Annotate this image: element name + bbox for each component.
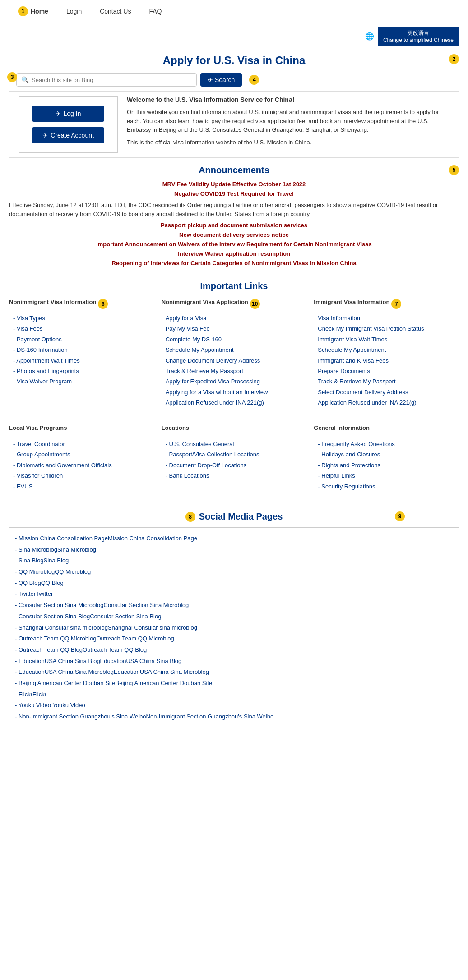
- local-col2-link[interactable]: - Bank Locations: [166, 470, 303, 481]
- nav-contact[interactable]: Contact Us: [91, 1, 140, 21]
- col2-link[interactable]: Schedule My Appointment: [166, 345, 303, 355]
- language-switch-button[interactable]: 更改语言Change to simplified Chinese: [378, 27, 459, 46]
- create-account-button[interactable]: ✈ Create Account: [32, 127, 104, 143]
- col2-link[interactable]: Pay My Visa Fee: [166, 323, 303, 334]
- search-icon: 🔍: [21, 76, 29, 83]
- social-media-link[interactable]: - Sina BlogSina Blog: [15, 555, 453, 566]
- important-links-grid: Nonimmigrant Visa Information 6 - Visa T…: [9, 299, 459, 408]
- welcome-para2: This is the official visa information we…: [127, 138, 449, 147]
- local-col3-title: General Information: [314, 424, 459, 431]
- local-col2-title: Locations: [162, 424, 307, 431]
- social-media-link[interactable]: - Outreach Team QQ BlogOutreach Team QQ …: [15, 644, 453, 656]
- social-media-link[interactable]: - Non-Immigrant Section Guangzhou's Sina…: [15, 711, 453, 722]
- col2-link[interactable]: Apply for Expedited Visa Processing: [166, 376, 303, 386]
- col3-link[interactable]: Immigrant and K Visa Fees: [318, 355, 455, 366]
- col2-link[interactable]: Applying for a Visa without an Interview: [166, 387, 303, 397]
- col1-link[interactable]: - Visa Waiver Program: [13, 376, 150, 386]
- local-col1-link[interactable]: - Group Appointments: [13, 449, 150, 460]
- col3-link[interactable]: Select Document Delivery Address: [318, 387, 455, 397]
- search-bar: 3 🔍 ✈ Search 4: [0, 69, 468, 91]
- social-media-link[interactable]: - Sina MicroblogSina Microblog: [15, 544, 453, 556]
- announcement-link-extra[interactable]: Passport pickup and document submission …: [9, 222, 459, 229]
- social-media-link[interactable]: - Mission China Consolidation PageMissio…: [15, 533, 453, 544]
- announcement-links-group: Passport pickup and document submission …: [9, 222, 459, 267]
- social-title: Social Media Pages: [199, 511, 283, 522]
- col1-link[interactable]: - Photos and Fingerprints: [13, 366, 150, 376]
- announcement-link-extra[interactable]: New document delivery services notice: [9, 231, 459, 238]
- nav-home[interactable]: 1 Home: [9, 0, 57, 23]
- col1-badge: 6: [98, 299, 108, 309]
- social-media-link[interactable]: - Beijing American Center Douban SiteBei…: [15, 678, 453, 689]
- col2-link[interactable]: Change Document Delivery Address: [166, 355, 303, 366]
- col2-link[interactable]: Apply for a Visa: [166, 313, 303, 323]
- social-title-wrap: 8 Social Media Pages 9: [9, 511, 459, 522]
- social-media-section: 8 Social Media Pages 9 - Mission China C…: [0, 507, 468, 733]
- globe-icon: 🌐: [365, 32, 374, 41]
- local-col2-link[interactable]: - U.S. Consulates General: [166, 439, 303, 449]
- col3-link[interactable]: Check My Immigrant Visa Petition Status: [318, 323, 455, 334]
- col2-link[interactable]: Track & Retrieve My Passport: [166, 366, 303, 376]
- local-col2-link[interactable]: - Document Drop-Off Locations: [166, 460, 303, 470]
- social-media-link[interactable]: - Consular Section Sina BlogConsular Sec…: [15, 611, 453, 622]
- announcements-title: Announcements 5: [9, 165, 459, 175]
- col3-link[interactable]: Visa Information: [318, 313, 455, 323]
- announcement-link-1[interactable]: MRV Fee Validity Update Effective Octobe…: [9, 181, 459, 188]
- search-input[interactable]: [32, 77, 192, 83]
- col1-links-box: - Visa Types- Visa Fees- Payment Options…: [9, 309, 154, 391]
- local-col1-title: Local Visa Programs: [9, 424, 154, 431]
- nav-bar: 1 Home Login Contact Us FAQ: [0, 0, 468, 23]
- col2-link[interactable]: Complete My DS-160: [166, 334, 303, 345]
- col1-link[interactable]: - Visa Types: [13, 313, 150, 323]
- col3-link[interactable]: Immigrant Visa Wait Times: [318, 334, 455, 345]
- col1-link[interactable]: - Visa Fees: [13, 323, 150, 334]
- social-media-link[interactable]: - EducationUSA China Sina BlogEducationU…: [15, 656, 453, 667]
- language-label: 更改语言Change to simplified Chinese: [383, 29, 454, 43]
- announcement-link-extra[interactable]: Reopening of Interviews for Certain Cate…: [9, 260, 459, 267]
- social-media-link[interactable]: - QQ MicroblogQQ Microblog: [15, 566, 453, 578]
- nav-home-label[interactable]: Home: [31, 8, 48, 15]
- announcements-badge: 5: [449, 165, 459, 175]
- local-col1-link[interactable]: - Visas for Children: [13, 470, 150, 481]
- social-media-link[interactable]: - QQ BlogQQ Blog: [15, 578, 453, 589]
- local-col3-link[interactable]: - Helpful Links: [318, 470, 455, 481]
- search-button[interactable]: ✈ Search: [200, 73, 242, 87]
- local-col1-link[interactable]: - Travel Coordinator: [13, 439, 150, 449]
- important-links-title: Important Links: [9, 281, 459, 291]
- social-media-link[interactable]: - TwitterTwitter: [15, 589, 453, 600]
- col1-link[interactable]: - Appointment Wait Times: [13, 355, 150, 366]
- social-media-link[interactable]: - Shanghai Consular sina microblogShangh…: [15, 622, 453, 634]
- page-title: Apply for U.S. Visa in China: [9, 54, 459, 67]
- local-col3-link[interactable]: - Rights and Protections: [318, 460, 455, 470]
- announcement-link-extra[interactable]: Interview Waiver application resumption: [9, 250, 459, 257]
- immigrant-visa-info-col: Immigrant Visa Information 7 Visa Inform…: [314, 299, 459, 408]
- nav-login[interactable]: Login: [57, 1, 91, 21]
- local-col2-link[interactable]: - Passport/Visa Collection Locations: [166, 449, 303, 460]
- local-col3-link[interactable]: - Holidays and Closures: [318, 449, 455, 460]
- social-media-link[interactable]: - Consular Section Sina MicroblogConsula…: [15, 600, 453, 611]
- social-media-link[interactable]: - EducationUSA China Sina MicroblogEduca…: [15, 667, 453, 678]
- col2-link[interactable]: Application Refused under INA 221(g): [166, 397, 303, 408]
- local-col1-link[interactable]: - EVUS: [13, 481, 150, 492]
- nav-faq[interactable]: FAQ: [140, 1, 171, 21]
- social-media-link[interactable]: - Outreach Team QQ MicroblogOutreach Tea…: [15, 633, 453, 644]
- col3-link[interactable]: Track & Retrieve My Passport: [318, 376, 455, 386]
- social-media-link[interactable]: - FlickrFlickr: [15, 689, 453, 700]
- local-col1-box: - Travel Coordinator- Group Appointments…: [9, 435, 154, 502]
- search-label: Search: [215, 76, 235, 83]
- announcement-link-2[interactable]: Negative COVID19 Test Required for Trave…: [9, 190, 459, 197]
- col3-link[interactable]: Application Refused under INA 221(g): [318, 397, 455, 408]
- announcement-link-extra[interactable]: Important Announcement on Waivers of the…: [9, 241, 459, 248]
- login-icon: ✈: [56, 110, 61, 117]
- local-col3-link[interactable]: - Security Regulations: [318, 481, 455, 492]
- local-visa-programs-col: Local Visa Programs - Travel Coordinator…: [9, 424, 154, 502]
- local-col3-link[interactable]: - Frequently Asked Questions: [318, 439, 455, 449]
- col1-link[interactable]: - Payment Options: [13, 334, 150, 345]
- col3-link[interactable]: Prepare Documents: [318, 366, 455, 376]
- local-links-section: Local Visa Programs - Travel Coordinator…: [0, 413, 468, 507]
- login-button[interactable]: ✈ Log In: [32, 106, 104, 122]
- col1-link[interactable]: - DS-160 Information: [13, 345, 150, 355]
- social-media-link[interactable]: - Youku Video Youku Video: [15, 700, 453, 711]
- local-col1-link[interactable]: - Diplomatic and Government Officials: [13, 460, 150, 470]
- col3-link[interactable]: Schedule My Appointment: [318, 345, 455, 355]
- social-media-box: - Mission China Consolidation PageMissio…: [9, 527, 459, 728]
